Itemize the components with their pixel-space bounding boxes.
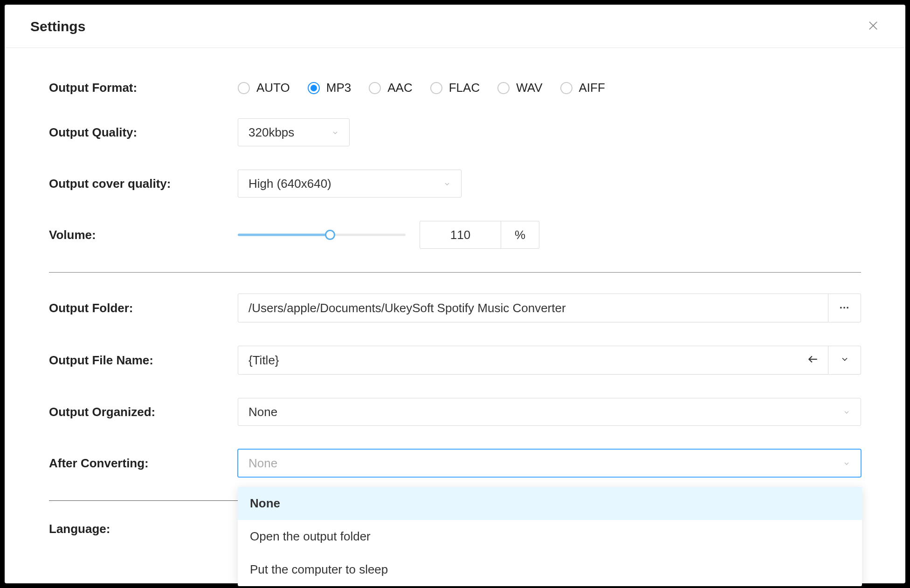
content: Output Format: AUTO MP3 AAC FLAC bbox=[5, 48, 905, 536]
select-value: 320kbps bbox=[248, 125, 294, 140]
radio-aac[interactable]: AAC bbox=[369, 81, 412, 95]
chevron-down-icon bbox=[331, 125, 339, 140]
header: Settings bbox=[5, 5, 905, 48]
row-output-format: Output Format: AUTO MP3 AAC FLAC bbox=[49, 81, 861, 95]
radio-auto[interactable]: AUTO bbox=[238, 81, 290, 95]
output-file-name-group: {Title} bbox=[238, 346, 861, 375]
row-output-folder: Output Folder: /Users/apple/Documents/Uk… bbox=[49, 294, 861, 322]
radio-label: MP3 bbox=[326, 81, 351, 95]
output-format-label: Output Format: bbox=[49, 81, 238, 95]
radio-circle-icon bbox=[430, 82, 442, 94]
browse-folder-button[interactable]: ··· bbox=[828, 294, 861, 322]
ellipsis-icon: ··· bbox=[840, 302, 849, 314]
volume-label: Volume: bbox=[49, 228, 238, 242]
radio-wav[interactable]: WAV bbox=[497, 81, 542, 95]
slider-fill bbox=[238, 234, 330, 236]
select-placeholder: None bbox=[248, 456, 277, 471]
select-value: High (640x640) bbox=[248, 177, 331, 191]
radio-label: AIFF bbox=[579, 81, 605, 95]
radio-circle-icon bbox=[369, 82, 381, 94]
radio-label: WAV bbox=[516, 81, 542, 95]
volume-controls: % bbox=[238, 221, 539, 249]
settings-window: Settings Output Format: AUTO MP3 AAC bbox=[5, 5, 905, 583]
output-quality-select[interactable]: 320kbps bbox=[238, 118, 350, 146]
row-output-cover-quality: Output cover quality: High (640x640) bbox=[49, 170, 861, 198]
language-label: Language: bbox=[49, 522, 238, 536]
divider bbox=[49, 272, 861, 273]
volume-slider[interactable] bbox=[238, 233, 406, 236]
radio-label: AUTO bbox=[256, 81, 290, 95]
radio-circle-icon bbox=[560, 82, 572, 94]
dropdown-item-sleep[interactable]: Put the computer to sleep bbox=[238, 553, 862, 586]
chevron-down-icon bbox=[840, 355, 849, 366]
after-converting-label: After Converting: bbox=[49, 456, 238, 471]
output-folder-input[interactable]: /Users/apple/Documents/UkeySoft Spotify … bbox=[238, 294, 828, 322]
radio-flac[interactable]: FLAC bbox=[430, 81, 480, 95]
page-title: Settings bbox=[30, 19, 85, 34]
percent-unit: % bbox=[501, 221, 539, 249]
file-name-variable-button[interactable] bbox=[828, 346, 861, 375]
radio-circle-checked-icon bbox=[308, 82, 320, 94]
chevron-down-icon bbox=[843, 456, 850, 471]
output-file-name-input[interactable]: {Title} bbox=[238, 346, 828, 375]
back-arrow-icon[interactable] bbox=[807, 353, 819, 367]
chevron-down-icon bbox=[843, 405, 850, 419]
row-output-file-name: Output File Name: {Title} bbox=[49, 346, 861, 375]
after-converting-select[interactable]: None bbox=[238, 449, 861, 477]
chevron-down-icon bbox=[443, 177, 451, 191]
output-file-name-label: Output File Name: bbox=[49, 353, 238, 368]
row-output-organized: Output Organized: None bbox=[49, 398, 861, 426]
dropdown-item-open-folder[interactable]: Open the output folder bbox=[238, 520, 862, 553]
row-after-converting: After Converting: None bbox=[49, 449, 861, 477]
output-folder-label: Output Folder: bbox=[49, 301, 238, 315]
radio-mp3[interactable]: MP3 bbox=[308, 81, 351, 95]
output-folder-group: /Users/apple/Documents/UkeySoft Spotify … bbox=[238, 294, 861, 322]
radio-label: AAC bbox=[387, 81, 412, 95]
after-converting-dropdown: None Open the output folder Put the comp… bbox=[238, 487, 862, 586]
output-cover-quality-select[interactable]: High (640x640) bbox=[238, 170, 462, 198]
radio-aiff[interactable]: AIFF bbox=[560, 81, 605, 95]
slider-handle[interactable] bbox=[325, 230, 335, 240]
volume-input[interactable] bbox=[420, 221, 501, 249]
output-organized-label: Output Organized: bbox=[49, 405, 238, 419]
select-value: None bbox=[248, 405, 277, 419]
row-output-quality: Output Quality: 320kbps bbox=[49, 118, 861, 146]
output-format-radios: AUTO MP3 AAC FLAC WAV bbox=[238, 81, 605, 95]
dropdown-item-none[interactable]: None bbox=[238, 487, 862, 520]
row-volume: Volume: % bbox=[49, 221, 861, 249]
radio-label: FLAC bbox=[449, 81, 480, 95]
output-organized-select[interactable]: None bbox=[238, 398, 861, 426]
radio-circle-icon bbox=[497, 82, 510, 94]
radio-circle-icon bbox=[238, 82, 250, 94]
output-cover-quality-label: Output cover quality: bbox=[49, 177, 238, 191]
output-quality-label: Output Quality: bbox=[49, 125, 238, 140]
close-icon[interactable] bbox=[867, 19, 880, 34]
